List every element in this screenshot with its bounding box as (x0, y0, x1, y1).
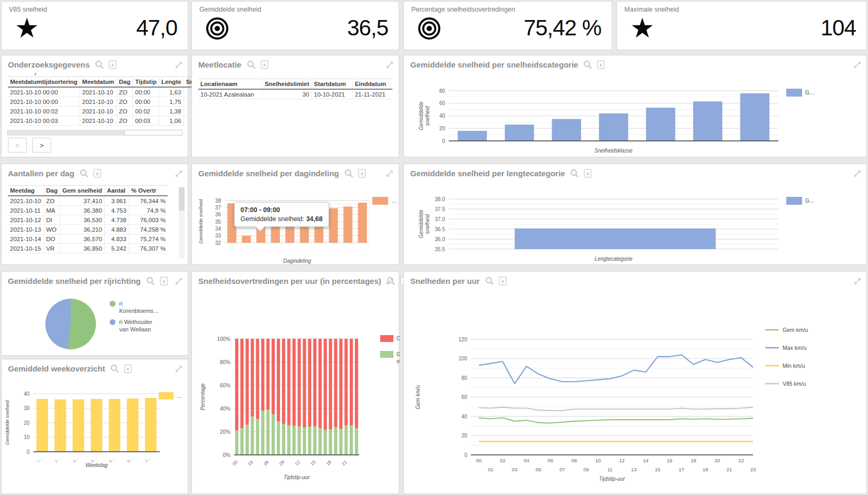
column-header[interactable]: Locatienaam (198, 79, 262, 90)
table-row[interactable]: 2021-10-14DO36,5704.83375,274 % (8, 234, 168, 244)
table-cell: 2021-10-10 00:03 (8, 116, 80, 126)
search-icon[interactable] (247, 60, 256, 69)
prev-page-button[interactable]: < (8, 138, 27, 153)
search-icon[interactable] (570, 169, 579, 178)
table-cell: 2021-10-10 00:02 (8, 107, 80, 116)
expand-icon[interactable] (385, 277, 394, 288)
table-cell: 2021-10-10 (80, 107, 117, 116)
excel-export-icon[interactable]: x (597, 60, 605, 69)
expand-icon[interactable] (853, 61, 862, 71)
table-row[interactable]: 2021-10-10 00:022021-10-10ZO00:021,38 (8, 107, 195, 116)
snelheidscategorie-bar-chart[interactable]: 020406080SnelheidsklasseGemiddeldesnelhe… (404, 75, 867, 157)
snelheden-line-chart[interactable]: 0204060801001200001020304050607080910111… (404, 291, 867, 493)
panel-overtredingen-per-uur: Snelheidsovertredingen per uur (in perce… (191, 271, 399, 494)
legend-item: ri Wethoudervan Wellaan (110, 318, 159, 333)
svg-text:03: 03 (512, 467, 518, 472)
expand-icon[interactable] (853, 277, 862, 288)
table-cell: 2021-10-10 (80, 116, 117, 126)
excel-export-icon[interactable]: x (358, 169, 366, 178)
expand-icon[interactable] (853, 169, 862, 180)
table-cell: 2021-10-14 (8, 234, 44, 244)
kpi-value: 36,5 (347, 15, 388, 41)
search-icon[interactable] (485, 277, 494, 285)
excel-export-icon[interactable]: x (584, 169, 592, 178)
table-row[interactable]: 2021-10-10 00:032021-10-10ZO00:031,06 (8, 116, 195, 126)
table-cell: ZO (117, 97, 133, 107)
column-header[interactable]: Snelheidslimiet (262, 79, 311, 90)
expand-icon[interactable] (175, 365, 183, 375)
column-header[interactable]: Meetdatum (80, 77, 117, 88)
table-row[interactable]: 2021-10-13WO36,2104.88374,258 % (8, 225, 168, 234)
excel-export-icon[interactable]: x (160, 277, 168, 285)
column-header[interactable]: Gem snelheid (60, 186, 104, 196)
table-row[interactable]: 10-2021 Azalealaan3010-10-202121-11-2021 (198, 89, 392, 99)
excel-export-icon[interactable]: x (499, 277, 507, 285)
table-row[interactable]: 2021-10-10 00:002021-10-10ZO00:001,63 (8, 87, 195, 97)
search-icon[interactable] (583, 60, 592, 69)
table-cell: 2021-10-10 (80, 87, 117, 97)
horizontal-scrollbar[interactable] (7, 130, 182, 136)
next-page-button[interactable]: > (32, 138, 51, 153)
search-icon[interactable] (110, 364, 119, 373)
column-header[interactable]: Dag (117, 77, 133, 88)
expand-icon[interactable] (175, 277, 183, 288)
table-row[interactable]: 2021-10-10ZO37,4103.96176,344 % (8, 196, 168, 206)
table-row[interactable]: 2021-10-11MA36,3804.75374,9 % (8, 206, 168, 215)
column-header[interactable]: Tijdstip (133, 77, 159, 88)
svg-text:x: x (600, 62, 602, 68)
table-cell: 2021-10-15 (8, 244, 44, 253)
svg-text:12: 12 (294, 459, 301, 467)
table-row[interactable]: 2021-10-12DI36,5304.73876,003 % (8, 215, 168, 225)
scrollbar-thumb[interactable] (124, 130, 182, 136)
table-cell: 4.883 (104, 225, 129, 234)
column-header[interactable]: Aantal (104, 186, 129, 196)
sort-asc-icon[interactable]: ▲ (33, 71, 37, 76)
svg-text:06: 06 (547, 458, 553, 463)
weekoverzicht-bar-chart[interactable]: 0102030401-…2-…3-…4-…5-…6-…7-…WeekdagGem… (2, 378, 189, 493)
expand-icon[interactable] (385, 169, 394, 180)
table-cell: 36,570 (60, 234, 104, 244)
table-row[interactable]: 2021-10-10 00:002021-10-10ZO00:001,75 (8, 97, 195, 107)
svg-text:0: 0 (442, 138, 445, 144)
svg-text:…: … (177, 393, 182, 399)
table-header-row: MeetdatumtijdsorteringMeetdatumDagTijdst… (8, 77, 195, 88)
column-header[interactable]: Meetdag (8, 186, 44, 196)
table-cell: DI (44, 215, 60, 225)
table-cell: 2021-10-13 (8, 225, 44, 234)
search-icon[interactable] (95, 60, 104, 69)
panel-title: Gemiddelde snelheid per rijrichting (8, 277, 141, 285)
table-cell: 3.961 (104, 196, 129, 206)
search-icon[interactable] (146, 277, 155, 285)
column-header[interactable]: Lengte (159, 77, 184, 88)
column-header[interactable]: Dag (44, 186, 60, 196)
excel-export-icon[interactable]: x (109, 60, 117, 69)
lengtecategorie-bar-chart[interactable]: 35.536.036.537.037.538.0LengtecategorieG… (404, 183, 867, 265)
svg-text:Lengtecategorie: Lengtecategorie (595, 256, 633, 262)
overtredingen-stacked-bar-chart[interactable]: 0%20%40%60%80%100%0003060912151821Tijdst… (192, 291, 400, 493)
svg-text:15: 15 (655, 467, 661, 472)
vertical-scrollbar[interactable] (179, 187, 185, 258)
rijrichting-pie-chart[interactable] (45, 299, 96, 349)
scrollbar-thumb[interactable] (179, 187, 185, 211)
expand-icon[interactable] (175, 169, 183, 180)
table-cell: 00:02 (133, 107, 159, 116)
search-icon[interactable] (344, 169, 353, 178)
excel-export-icon[interactable]: x (261, 60, 268, 69)
svg-text:18: 18 (325, 459, 332, 467)
expand-icon[interactable] (385, 61, 394, 71)
table-row[interactable]: 2021-10-15VR36,8505.24276,307 % (8, 244, 168, 253)
column-header[interactable]: Startdatum (312, 79, 353, 90)
svg-text:Max km/u: Max km/u (783, 345, 807, 351)
column-header[interactable]: Meetdatumtijdsortering (8, 77, 80, 88)
table-cell: 30 (262, 89, 311, 99)
table-header-row: MeetdagDagGem snelheidAantal% Overtr (8, 186, 168, 196)
svg-text:15: 15 (310, 459, 317, 467)
column-header[interactable]: Einddatum (352, 79, 392, 90)
excel-export-icon[interactable]: x (93, 169, 101, 178)
table-cell: 10-10-2021 (312, 89, 353, 99)
excel-export-icon[interactable]: x (124, 364, 132, 373)
search-icon[interactable] (80, 169, 89, 178)
column-header[interactable]: % Overtr (129, 186, 168, 196)
table-cell: 76,003 % (129, 215, 168, 225)
expand-icon[interactable] (175, 61, 183, 71)
